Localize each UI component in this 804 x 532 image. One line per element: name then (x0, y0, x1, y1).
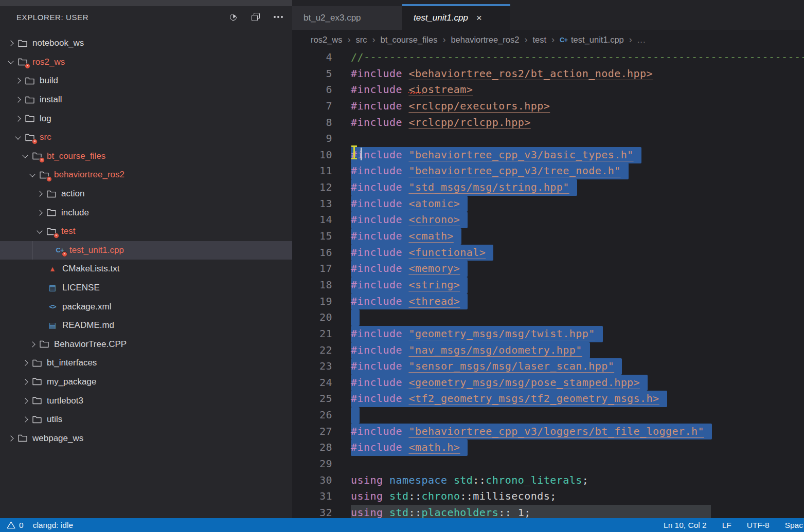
tree-item-README.md[interactable]: ▤README.md (0, 316, 292, 335)
tab-test_unit1.cpp[interactable]: test_unit1.cpp× (402, 6, 510, 30)
tree-item-install[interactable]: install (0, 90, 292, 109)
code-line[interactable]: 4//-------------------------------------… (292, 49, 804, 66)
tree-item-bt_interfaces[interactable]: bt_interfaces (0, 354, 292, 373)
line-number: 17 (292, 261, 332, 277)
code-line[interactable]: 29 (292, 456, 804, 472)
tree-item-my_package[interactable]: my_package (0, 373, 292, 392)
tree-item-utils[interactable]: utils (0, 410, 292, 429)
breadcrumb-item-src[interactable]: src (355, 35, 367, 45)
chevron-right-icon[interactable] (37, 210, 42, 215)
tree-item-bt_course_files[interactable]: ×bt_course_files (0, 147, 292, 166)
code-line[interactable]: 7#include <rclcpp/executors.hpp> (292, 98, 804, 115)
chevron-right-icon[interactable] (8, 41, 13, 46)
close-icon[interactable]: × (476, 12, 482, 24)
chevron-right-icon[interactable] (22, 417, 28, 423)
code-line[interactable]: 17#include <memory> (292, 261, 804, 277)
code-line[interactable]: 20 (292, 309, 804, 326)
code-editor[interactable]: 4//-------------------------------------… (292, 49, 804, 524)
code-line[interactable]: 28#include <math.h> (292, 439, 804, 456)
tree-item-ros2_ws[interactable]: ×ros2_ws (0, 53, 292, 72)
chevron-down-icon[interactable] (37, 228, 42, 233)
code-line[interactable]: 6#include <iostream> (292, 82, 804, 98)
tree-item-build[interactable]: build (0, 71, 292, 90)
more-actions-button[interactable] (274, 12, 283, 22)
code-line[interactable]: 25#include <tf2_geometry_msgs/tf2_geomet… (292, 391, 804, 407)
refresh-button[interactable] (228, 12, 238, 22)
breadcrumb-overflow[interactable]: ... (637, 35, 646, 45)
breadcrumb-item-test_unit1.cpp[interactable]: test_unit1.cpp (571, 35, 624, 45)
tree-item-src[interactable]: ×src (0, 128, 292, 147)
file-tree: notebook_ws×ros2_wsbuildinstalllog×src×b… (0, 34, 292, 448)
code-line[interactable]: 8#include <rclcpp/rclcpp.hpp> (292, 115, 804, 131)
code-line[interactable]: 10#include "behaviortree_cpp_v3/basic_ty… (292, 147, 804, 163)
tree-item-include[interactable]: include (0, 203, 292, 222)
code-line[interactable]: 18#include <string> (292, 277, 804, 293)
code-line[interactable]: 11#include "behaviortree_cpp_v3/tree_nod… (292, 163, 804, 179)
breadcrumb-item-bt_course_files[interactable]: bt_course_files (380, 35, 437, 45)
code-line[interactable]: 22#include "nav_msgs/msg/odometry.hpp" (292, 342, 804, 359)
tree-item-BehaviorTree.CPP[interactable]: BehaviorTree.CPP (0, 335, 292, 354)
cursor-position[interactable]: Ln 10, Col 2 (664, 521, 707, 530)
code-line[interactable]: 27#include "behaviortree_cpp_v3/loggers/… (292, 424, 804, 440)
tree-item-test[interactable]: ×test (0, 222, 292, 241)
breadcrumb-item-test[interactable]: test (532, 35, 546, 45)
clangd-status[interactable]: clangd: idle (33, 521, 73, 530)
breadcrumb-item-ros2_ws[interactable]: ros2_ws (311, 35, 342, 45)
chevron-right-icon[interactable] (15, 97, 21, 102)
tree-item-action[interactable]: action (0, 185, 292, 204)
cpp-file-icon: C+× (55, 246, 65, 254)
tree-item-behaviortree_ros2[interactable]: ×behaviortree_ros2 (0, 166, 292, 185)
chevron-right-icon[interactable] (8, 435, 13, 441)
collapse-folders-button[interactable] (251, 12, 260, 22)
eol-indicator[interactable]: LF (722, 521, 731, 530)
error-badge: × (25, 63, 30, 69)
collapse-folders-icon (252, 13, 260, 21)
chevron-down-icon[interactable] (15, 134, 21, 139)
tree-item-CMakeLists.txt[interactable]: ▲CMakeLists.txt (0, 260, 292, 279)
tree-item-webpage_ws[interactable]: webpage_ws (0, 429, 292, 448)
breadcrumb-item-behaviortree_ros2[interactable]: behaviortree_ros2 (451, 35, 519, 45)
code-line[interactable]: 16#include <functional> (292, 245, 804, 261)
tree-item-turtlebot3[interactable]: turtlebot3 (0, 391, 292, 410)
chevron-right-icon[interactable] (29, 341, 35, 347)
chevron-right-icon[interactable] (22, 379, 28, 384)
code-line[interactable]: 14#include <chrono> (292, 212, 804, 228)
code-line[interactable]: 24#include <geometry_msgs/msg/pose_stamp… (292, 375, 804, 391)
chevron-right-icon[interactable] (37, 191, 42, 196)
line-number: 10 (292, 147, 332, 163)
code-line[interactable]: 12#include "std_msgs/msg/string.hpp" (292, 179, 804, 196)
tree-item-notebook_ws[interactable]: notebook_ws (0, 34, 292, 53)
code-line[interactable]: 26 (292, 407, 804, 424)
tree-item-log[interactable]: log (0, 109, 292, 128)
code-line[interactable]: 31using std::chrono::milliseconds; (292, 488, 804, 505)
mouse-ibeam-icon (353, 145, 355, 159)
tree-item-label: test_unit1.cpp (69, 245, 124, 255)
chevron-right-icon[interactable] (15, 116, 21, 121)
chevron-down-icon[interactable] (29, 171, 35, 177)
code-line[interactable]: 5#include <behaviortree_ros2/bt_action_n… (292, 66, 804, 82)
chevron-right-icon[interactable] (22, 398, 28, 403)
code-line[interactable]: 9 (292, 131, 804, 147)
chevron-down-icon[interactable] (22, 153, 28, 158)
code-line[interactable]: 21#include "geometry_msgs/msg/twist.hpp" (292, 326, 804, 342)
code-line[interactable]: 19#include <thread> (292, 293, 804, 310)
chevron-down-icon[interactable] (8, 59, 13, 64)
selection-highlight: #include <chrono> (351, 212, 468, 228)
tree-item-test_unit1.cpp[interactable]: C+×test_unit1.cpp (0, 241, 292, 260)
problems-indicator[interactable]: 0 (7, 521, 24, 530)
encoding-indicator[interactable]: UTF-8 (747, 521, 770, 530)
chevron-right-icon[interactable] (22, 360, 28, 366)
tree-item-package.xml[interactable]: <>package.xml (0, 297, 292, 316)
tab-bt_u2_ex3.cpp[interactable]: bt_u2_ex3.cpp (292, 6, 402, 30)
line-number: 28 (292, 439, 332, 456)
selection-highlight: #include "behaviortree_cpp_v3/loggers/bt… (351, 424, 712, 440)
code-line-text: #include "nav_msgs/msg/odometry.hpp" (351, 342, 590, 359)
code-line[interactable]: 30using namespace std::chrono_literals; (292, 472, 804, 489)
code-line[interactable]: 23#include "sensor_msgs/msg/laser_scan.h… (292, 358, 804, 375)
chevron-right-icon[interactable] (15, 78, 21, 84)
tree-item-LICENSE[interactable]: ▤LICENSE (0, 279, 292, 298)
line-number: 16 (292, 245, 332, 261)
code-line[interactable]: 13#include <atomic> (292, 196, 804, 212)
indentation-indicator[interactable]: Spac (785, 521, 803, 530)
code-line[interactable]: 15#include <cmath> (292, 228, 804, 245)
